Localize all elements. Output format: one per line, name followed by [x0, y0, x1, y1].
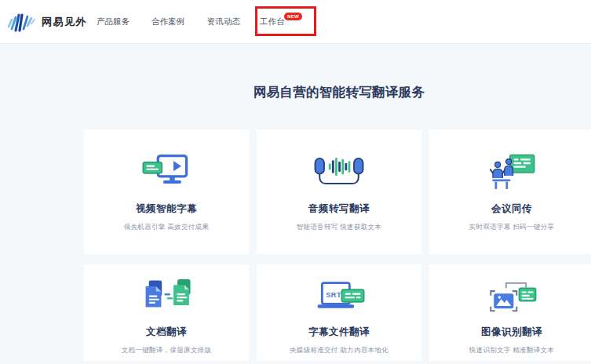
service-title: 字幕文件翻译	[308, 326, 370, 339]
service-card-image-ocr[interactable]: 图像识别翻译 快速识别文字 精准翻译文本	[429, 264, 591, 361]
service-subtitle: 央媒级标准交付 助力内容本地化	[290, 346, 389, 355]
service-subtitle: 文档一键翻译，保留原文排版	[122, 346, 211, 355]
brand-logo[interactable]: 网易见外	[6, 10, 87, 34]
meeting-interpretation-icon	[487, 149, 536, 196]
service-subtitle: 智能语音转写 快速获取文本	[297, 223, 381, 232]
service-title: 音频转写翻译	[308, 202, 370, 216]
new-badge: NEW	[284, 13, 302, 20]
video-subtitle-icon	[140, 149, 192, 196]
service-title: 图像识别翻译	[481, 326, 542, 339]
nav-item-news[interactable]: 资讯动态	[207, 0, 240, 43]
nav-item-workbench[interactable]: 工作台	[260, 0, 285, 43]
image-ocr-translate-icon	[486, 274, 538, 321]
srt-label: SRT	[326, 291, 341, 299]
service-card-subtitle-file[interactable]: SRT 字幕文件翻译 央媒级标准交付 助力内容本地化	[257, 264, 421, 361]
brand-name: 网易见外	[42, 15, 87, 29]
nav-item-cases[interactable]: 合作案例	[151, 0, 184, 43]
service-subtitle: 领先机器引擎 高效交付成果	[124, 223, 209, 232]
services-grid: 视频智能字幕 领先机器引擎 高效交付成果 音频转写翻译 智能语音转写 快速获取文…	[84, 129, 591, 361]
service-card-audio-transcribe[interactable]: 音频转写翻译 智能语音转写 快速获取文本	[257, 129, 421, 254]
service-title: 会议同传	[491, 202, 532, 216]
service-subtitle: 快速识别文字 精准翻译文本	[469, 346, 554, 355]
nav-item-products[interactable]: 产品服务	[97, 0, 130, 43]
wave-logo-icon	[6, 10, 36, 34]
service-card-meeting[interactable]: 会议同传 实时双语字幕 扫码一键分享	[429, 129, 591, 254]
service-title: 文档翻译	[146, 326, 187, 339]
service-card-document-translate[interactable]: 文档翻译 文档一键翻译，保留原文排版	[84, 264, 249, 361]
document-translate-icon	[140, 274, 192, 321]
service-title: 视频智能字幕	[136, 202, 197, 216]
subtitle-file-translate-icon: SRT	[312, 274, 367, 321]
audio-transcribe-icon	[313, 149, 365, 196]
top-navigation: 网易见外 产品服务 合作案例 资讯动态 工作台 NEW	[0, 0, 591, 44]
service-card-video-subtitle[interactable]: 视频智能字幕 领先机器引擎 高效交付成果	[84, 129, 249, 254]
page-title: 网易自营的智能转写翻译服务	[84, 84, 591, 101]
service-subtitle: 实时双语字幕 扫码一键分享	[469, 223, 554, 232]
